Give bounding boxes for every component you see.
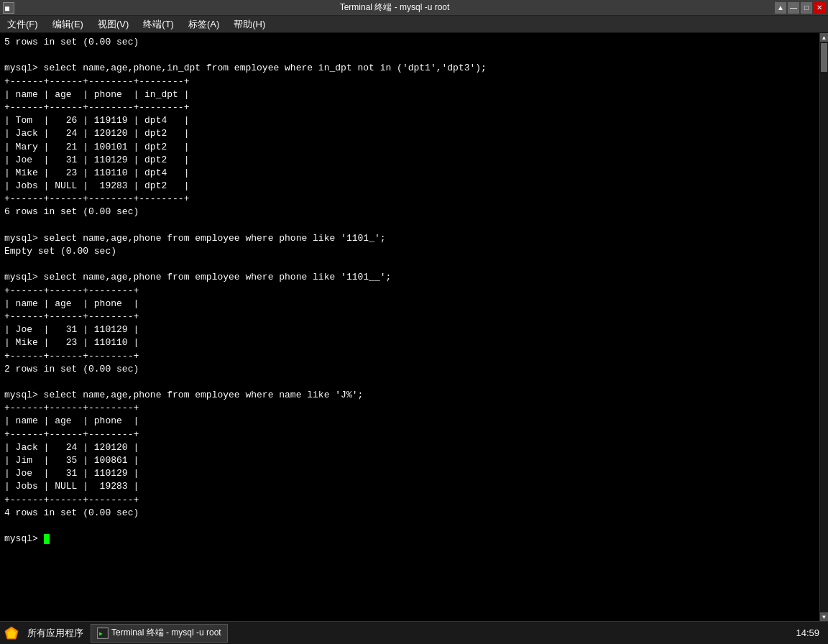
menu-tabs[interactable]: 标签(A) [184, 17, 224, 32]
minimize-button[interactable]: ▲ [775, 2, 786, 14]
scrollbar[interactable]: ▲ ▼ [819, 33, 828, 621]
scrollbar-thumb[interactable] [821, 43, 827, 72]
taskbar-time: 14:59 [796, 627, 825, 638]
terminal-output[interactable]: 5 rows in set (0.00 sec) mysql> select n… [0, 33, 819, 621]
title-bar: ■ Terminal 终端 - mysql -u root ▲ — □ ✕ [0, 0, 828, 16]
menu-file[interactable]: 文件(F) [3, 17, 42, 32]
menu-view[interactable]: 视图(V) [93, 17, 133, 32]
terminal-taskbar-item[interactable]: ▶ Terminal 终端 - mysql -u root [91, 624, 228, 643]
scrollbar-track-area[interactable] [820, 42, 828, 612]
terminal-cursor [44, 534, 50, 544]
window-controls[interactable]: ▲ — □ ✕ [775, 2, 825, 14]
taskbar-apps: 所有应用程序 ▶ Terminal 终端 - mysql -u root [3, 624, 796, 643]
scroll-down-button[interactable]: ▼ [820, 612, 829, 621]
terminal-taskbar-label: Terminal 终端 - mysql -u root [111, 627, 221, 639]
menu-terminal[interactable]: 终端(T) [139, 17, 178, 32]
menu-edit[interactable]: 编辑(E) [48, 17, 88, 32]
svg-text:■: ■ [5, 4, 9, 12]
menu-bar: 文件(F) 编辑(E) 视图(V) 终端(T) 标签(A) 帮助(H) [0, 16, 828, 33]
close-button[interactable]: ✕ [814, 2, 825, 14]
terminal-wrapper: 5 rows in set (0.00 sec) mysql> select n… [0, 33, 828, 621]
all-apps-label[interactable]: 所有应用程序 [23, 625, 88, 641]
terminal-taskbar-icon: ▶ [97, 627, 109, 639]
maximize-button[interactable]: □ [801, 2, 812, 14]
taskbar: 所有应用程序 ▶ Terminal 终端 - mysql -u root 14:… [0, 621, 828, 644]
svg-text:▶: ▶ [99, 630, 103, 637]
taskbar-logo-icon [3, 625, 20, 642]
window-title: Terminal 终端 - mysql -u root [14, 1, 775, 14]
terminal-text: 5 rows in set (0.00 sec) mysql> select n… [4, 36, 815, 546]
scroll-up-button[interactable]: ▲ [820, 33, 829, 42]
menu-help[interactable]: 帮助(H) [229, 17, 270, 32]
iconify-button[interactable]: — [788, 2, 799, 14]
app-icon: ■ [3, 2, 14, 14]
